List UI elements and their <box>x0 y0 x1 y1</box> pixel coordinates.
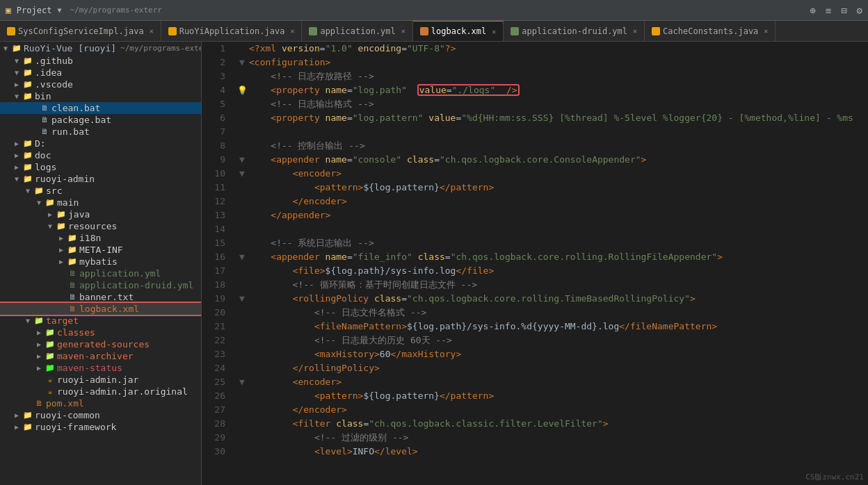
sidebar-item-17[interactable]: ▶📁mybatis <box>0 256 201 268</box>
tab-tab2[interactable]: RuoYiApplication.java✕ <box>161 21 303 41</box>
sidebar-item-18[interactable]: 🗎application.yml <box>0 268 201 279</box>
toolbar-icon-4[interactable]: ⚙ <box>857 5 862 16</box>
sidebar-item-1[interactable]: ▼📁.idea <box>0 67 201 79</box>
sidebar-item-2[interactable]: ▶📁.vscode <box>0 79 201 90</box>
line-number-16: 16 <box>206 250 225 264</box>
tab-icon-tab3 <box>309 27 317 35</box>
sidebar-item-16[interactable]: ▶📁META-INF <box>0 244 201 256</box>
tree-icon-7: 📁 <box>22 139 33 149</box>
line-content-23: <maxHistory>60</maxHistory> <box>249 347 868 361</box>
sidebar-item-20[interactable]: 🗎banner.txt <box>0 291 201 303</box>
line-content-14 <box>249 222 868 236</box>
tree-arrow-17: ▶ <box>56 258 67 265</box>
tree-label-6: run.bat <box>51 126 90 137</box>
code-line-9: ▼ <appender name="console" class="ch.qos… <box>235 153 868 167</box>
dropdown-icon[interactable]: ▼ <box>57 6 61 14</box>
tree-icon-23: 📁 <box>45 328 56 338</box>
tree-label-16: META-INF <box>79 245 123 255</box>
tab-close-tab6[interactable]: ✕ <box>764 27 768 35</box>
tab-icon-tab1 <box>7 27 15 35</box>
line-content-21: <fileNamePattern>${log.path}/sys-info.%d… <box>249 320 868 334</box>
tree-label-31: ruoyi-framework <box>35 422 116 432</box>
sidebar-item-7[interactable]: ▶📁D: <box>0 138 201 149</box>
tree-label-24: generated-sources <box>57 339 150 350</box>
sidebar-item-19[interactable]: 🗎application-druid.yml <box>0 279 201 291</box>
gutter-16: ▼ <box>235 250 249 264</box>
sidebar-item-10[interactable]: ▼📁ruoyi-admin <box>0 173 201 185</box>
sidebar-item-15[interactable]: ▶📁i18n <box>0 232 201 244</box>
sidebar-item-28[interactable]: ☕ruoyi-admin.jar.original <box>0 386 201 397</box>
tab-tab6[interactable]: CacheConstants.java✕ <box>645 21 775 41</box>
code-line-23: <maxHistory>60</maxHistory> <box>235 347 868 361</box>
code-line-20: <!-- 日志文件名格式 --> <box>235 306 868 320</box>
tree-arrow-2: ▶ <box>11 81 22 88</box>
tab-close-tab2[interactable]: ✕ <box>290 27 294 35</box>
sidebar-item-13[interactable]: ▶📁java <box>0 208 201 220</box>
tab-close-tab5[interactable]: ✕ <box>633 27 637 35</box>
gutter-10: ▼ <box>235 167 249 181</box>
sidebar-item-12[interactable]: ▼📁main <box>0 197 201 208</box>
tab-tab3[interactable]: application.yml✕ <box>302 21 412 41</box>
tree-icon-18: 🗎 <box>67 269 78 279</box>
sidebar-item-4[interactable]: 🗎clean.bat <box>0 102 201 114</box>
toolbar-icon-1[interactable]: ⊕ <box>810 5 815 16</box>
sidebar-item-29[interactable]: 🗎pom.xml <box>0 397 201 409</box>
line-content-6: <property name="log.pattern" value="%d{H… <box>249 111 868 125</box>
line-content-22: <!-- 日志最大的历史 60天 --> <box>249 334 868 347</box>
sidebar-item-9[interactable]: ▶📁logs <box>0 161 201 173</box>
sidebar-item-0[interactable]: ▼📁.github <box>0 55 201 67</box>
code-line-11: <pattern>${log.pattern}</pattern> <box>235 181 868 195</box>
tab-close-tab1[interactable]: ✕ <box>150 27 154 35</box>
tab-label-tab6: CacheConstants.java <box>663 26 758 36</box>
tree-label-2: .vscode <box>35 79 73 90</box>
sidebar-item-23[interactable]: ▶📁classes <box>0 327 201 338</box>
line-content-28: <filter class="ch.qos.logback.classic.fi… <box>249 417 868 431</box>
tab-close-tab3[interactable]: ✕ <box>401 27 405 35</box>
gutter-25: ▼ <box>235 375 249 389</box>
sidebar-item-14[interactable]: ▼📁resources <box>0 220 201 232</box>
tree-icon-13: 📁 <box>56 210 67 220</box>
code-line-1: <?xml version="1.0" encoding="UTF-8"?> <box>235 42 868 56</box>
sidebar-item-3[interactable]: ▼📁bin <box>0 90 201 102</box>
tab-icon-tab6 <box>652 27 660 35</box>
tab-icon-tab4 <box>420 27 428 35</box>
tree-icon-15: 📁 <box>67 233 78 243</box>
line-number-8: 8 <box>206 139 225 153</box>
sidebar-item-30[interactable]: ▶📁ruoyi-common <box>0 409 201 421</box>
tab-close-tab4[interactable]: ✕ <box>492 28 496 35</box>
tab-tab4[interactable]: logback.xml✕ <box>413 21 504 41</box>
sidebar-item-24[interactable]: ▶📁generated-sources <box>0 338 201 350</box>
sidebar-item-25[interactable]: ▶📁maven-archiver <box>0 350 201 362</box>
tab-tab5[interactable]: application-druid.yml✕ <box>504 21 645 41</box>
sidebar-item-6[interactable]: 🗎run.bat <box>0 126 201 138</box>
tab-label-tab5: application-druid.yml <box>522 26 627 36</box>
tab-tab1[interactable]: SysConfigServiceImpl.java✕ <box>0 21 161 41</box>
tab-label-tab2: RuoYiApplication.java <box>179 26 285 36</box>
sidebar-item-8[interactable]: ▶📁doc <box>0 149 201 161</box>
line-content-13: </appender> <box>249 208 868 222</box>
editor-content: 1234567891011121314151617181920212223242… <box>202 42 868 485</box>
sidebar-item-22[interactable]: ▼📁target <box>0 315 201 327</box>
sidebar-root[interactable]: ▼ 📁 RuoYi-Vue [ruoyi] ~/my/programs-exte… <box>0 42 201 55</box>
line-content-1: <?xml version="1.0" encoding="UTF-8"?> <box>249 42 868 56</box>
tree-icon-14: 📁 <box>56 222 67 231</box>
sidebar-item-5[interactable]: 🗎package.bat <box>0 114 201 126</box>
sidebar-item-21[interactable]: 🗎logback.xml <box>0 303 201 315</box>
sidebar-item-27[interactable]: ☕ruoyi-admin.jar <box>0 374 201 386</box>
sidebar-item-11[interactable]: ▼📁src <box>0 185 201 197</box>
line-content-16: <appender name="file_info" class="ch.qos… <box>249 250 868 264</box>
tree-label-15: i18n <box>79 233 101 243</box>
sidebar-item-26[interactable]: ▶📁maven-status <box>0 362 201 374</box>
toolbar-icon-3[interactable]: ⊟ <box>841 5 846 16</box>
line-number-20: 20 <box>206 306 225 320</box>
tree-icon-11: 📁 <box>33 186 45 196</box>
line-number-18: 18 <box>206 278 225 292</box>
tree-label-26: maven-status <box>57 363 122 373</box>
line-number-29: 29 <box>206 431 225 445</box>
project-path: ~/my/programs-exterr <box>70 6 161 15</box>
code-line-7 <box>235 125 868 139</box>
tree-arrow-14: ▼ <box>45 222 56 230</box>
toolbar-icon-2[interactable]: ≡ <box>826 5 831 16</box>
line-content-20: <!-- 日志文件名格式 --> <box>249 306 868 320</box>
sidebar-item-31[interactable]: ▶📁ruoyi-framework <box>0 421 201 433</box>
